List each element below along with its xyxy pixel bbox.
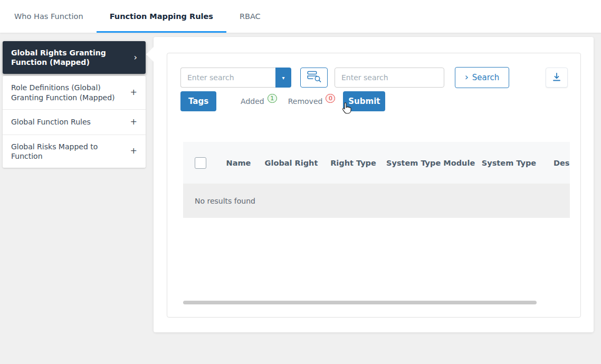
added-count-badge: 1 bbox=[268, 94, 277, 103]
chevron-right-icon: › bbox=[465, 72, 469, 82]
chevron-down-icon: ▾ bbox=[282, 75, 284, 81]
filter-search-input[interactable] bbox=[180, 68, 275, 88]
column-header-name: Name bbox=[215, 159, 262, 167]
tags-button[interactable]: Tags bbox=[180, 91, 216, 111]
sidebar-item-global-risks-mapped[interactable]: Global Risks Mapped to Function + bbox=[3, 135, 146, 168]
removed-label: Removed bbox=[288, 97, 323, 106]
database-search-icon bbox=[307, 71, 321, 84]
empty-results-row: No results found bbox=[183, 184, 570, 218]
sidebar-item-label: Global Risks Mapped to Function bbox=[11, 142, 125, 161]
sidebar-item-label: Global Function Rules bbox=[11, 117, 91, 127]
search-toolbar: ▾ bbox=[180, 67, 568, 88]
table-header-checkbox-cell bbox=[183, 157, 215, 169]
column-header-right-type: Right Type bbox=[320, 159, 386, 167]
added-label: Added bbox=[241, 97, 264, 106]
submit-button[interactable]: Submit bbox=[343, 91, 385, 111]
column-header-system-type: System Type bbox=[471, 159, 547, 167]
select-all-checkbox[interactable] bbox=[195, 157, 206, 169]
removed-count-badge: 0 bbox=[326, 94, 335, 103]
sidebar-item-label: Role Definitions (Global) Granting Funct… bbox=[11, 83, 125, 102]
filter-search-group: ▾ bbox=[180, 68, 291, 88]
sidebar: Global Rights Granting Function (Mapped)… bbox=[3, 41, 146, 168]
table-header-row: Name Global Right Right Type System Type… bbox=[183, 142, 570, 184]
search-button[interactable]: › Search bbox=[455, 67, 509, 88]
content-card: ▾ bbox=[154, 37, 594, 332]
tags-toolbar: Tags Added 1 Removed 0 Submit bbox=[180, 91, 385, 111]
plus-icon: + bbox=[130, 87, 137, 98]
search-button-label: Search bbox=[472, 73, 500, 82]
active-item-connector bbox=[146, 47, 154, 62]
sidebar-item-label: Global Rights Granting Function (Mapped) bbox=[11, 48, 129, 67]
sidebar-item-global-function-rules[interactable]: Global Function Rules + bbox=[3, 110, 146, 135]
horizontal-scrollbar[interactable] bbox=[183, 301, 537, 304]
sidebar-item-role-definitions-global[interactable]: Role Definitions (Global) Granting Funct… bbox=[3, 76, 146, 109]
plus-icon: + bbox=[130, 117, 137, 128]
column-header-description: Desc bbox=[547, 159, 570, 167]
app-screen: Who Has Function Function Mapping Rules … bbox=[0, 0, 601, 364]
tab-function-mapping-rules[interactable]: Function Mapping Rules bbox=[97, 0, 226, 33]
top-tab-bar: Who Has Function Function Mapping Rules … bbox=[0, 0, 601, 33]
tab-who-has-function[interactable]: Who Has Function bbox=[1, 0, 97, 33]
advanced-search-button[interactable] bbox=[300, 68, 328, 88]
download-button[interactable] bbox=[546, 68, 568, 88]
sidebar-item-global-rights-granting-function[interactable]: Global Rights Granting Function (Mapped)… bbox=[3, 41, 146, 74]
filter-dropdown-button[interactable]: ▾ bbox=[275, 68, 291, 88]
column-header-system-type-module: System Type Module bbox=[386, 159, 471, 167]
download-icon bbox=[552, 72, 561, 83]
results-panel: ▾ bbox=[167, 53, 581, 318]
chevron-right-icon: › bbox=[134, 52, 137, 63]
results-table: Name Global Right Right Type System Type… bbox=[183, 142, 570, 218]
tab-rbac[interactable]: RBAC bbox=[226, 0, 274, 33]
column-header-global-right: Global Right bbox=[262, 159, 320, 167]
empty-results-message: No results found bbox=[195, 197, 255, 205]
sidebar-group: Role Definitions (Global) Granting Funct… bbox=[3, 76, 146, 168]
search-input[interactable] bbox=[335, 68, 444, 88]
plus-icon: + bbox=[130, 146, 137, 157]
